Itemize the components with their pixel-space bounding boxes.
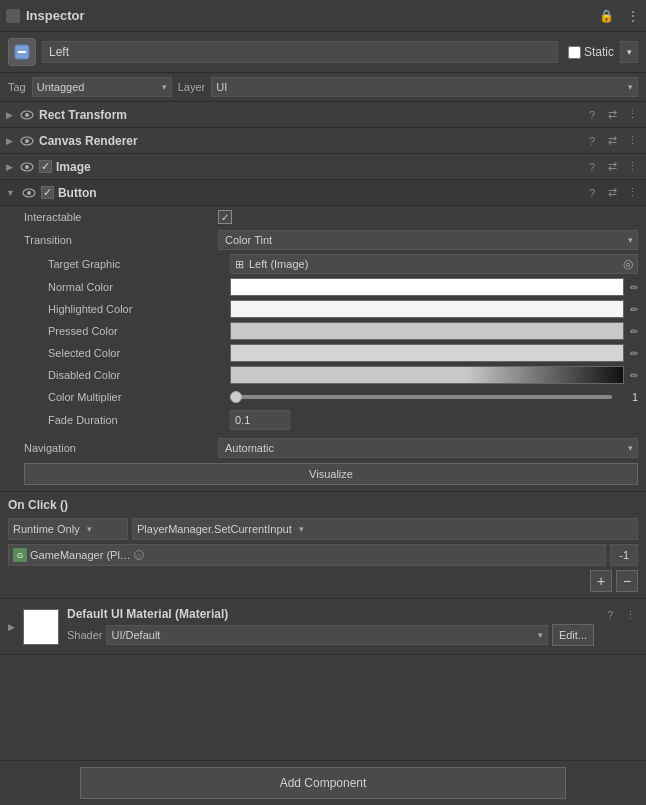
visualize-container: Visualize (0, 460, 646, 491)
static-dropdown-arrow[interactable]: ▾ (620, 41, 638, 63)
target-graphic-label: Target Graphic (36, 258, 226, 270)
static-label: Static (584, 45, 614, 59)
object-name-input[interactable] (42, 41, 558, 63)
object-icon (8, 38, 36, 66)
layer-dropdown-arrow: ▾ (628, 82, 633, 92)
highlighted-color-picker-icon[interactable]: ✏ (630, 304, 638, 315)
interactable-check: ✓ (221, 212, 229, 223)
highlighted-color-row: Highlighted Color ✏ (0, 298, 646, 320)
remove-event-button[interactable]: − (616, 570, 638, 592)
layer-label: Layer (178, 81, 206, 93)
disabled-color-label: Disabled Color (36, 369, 226, 381)
material-edit-button[interactable]: Edit... (552, 624, 594, 646)
menu-icon[interactable]: ⋮ (626, 8, 640, 24)
arg-value[interactable]: -1 (610, 544, 638, 566)
button-settings-icon[interactable]: ⇄ (604, 185, 620, 201)
rect-transform-help-icon[interactable]: ? (584, 107, 600, 123)
add-component-button[interactable]: Add Component (80, 767, 566, 799)
rect-transform-eye-icon[interactable] (19, 107, 35, 123)
canvas-renderer-settings-icon[interactable]: ⇄ (604, 133, 620, 149)
highlighted-color-field[interactable] (230, 300, 624, 318)
disabled-color-field[interactable] (230, 366, 624, 384)
button-help-icon[interactable]: ? (584, 185, 600, 201)
material-icons: ? ⋮ (602, 607, 638, 623)
runtime-dropdown[interactable]: Runtime Only (8, 518, 128, 540)
color-multiplier-slider[interactable]: 1 (230, 391, 638, 403)
slider-fill (230, 395, 612, 399)
transition-row: Transition Color Tint (0, 228, 646, 252)
button-section: Interactable ✓ Transition Color Tint Tar… (0, 206, 646, 492)
image-eye-icon[interactable] (19, 159, 35, 175)
layer-dropdown[interactable]: UI ▾ (211, 77, 638, 97)
button-eye-icon[interactable] (21, 185, 37, 201)
navigation-value: Automatic (225, 442, 274, 454)
canvas-renderer-name: Canvas Renderer (39, 134, 580, 148)
canvas-renderer-help-icon[interactable]: ? (584, 133, 600, 149)
svg-point-7 (25, 165, 29, 169)
button-toggle[interactable]: ▼ (6, 188, 15, 198)
fade-duration-input[interactable] (230, 410, 290, 430)
rect-transform-settings-icon[interactable]: ⇄ (604, 107, 620, 123)
selected-color-picker-icon[interactable]: ✏ (630, 348, 638, 359)
slider-thumb[interactable] (230, 391, 242, 403)
button-row[interactable]: ▼ ✓ Button ? ⇄ ⋮ (0, 180, 646, 206)
material-expand-arrow[interactable]: ▶ (8, 622, 15, 632)
transition-value: Color Tint (225, 234, 272, 246)
button-name: Button (58, 186, 580, 200)
selected-color-field[interactable] (230, 344, 624, 362)
image-toggle[interactable]: ▶ (6, 162, 13, 172)
function-dropdown[interactable]: PlayerManager.SetCurrentInput (132, 518, 638, 540)
object-field[interactable]: G GameManager (Pl… ◎ (8, 544, 606, 566)
image-settings-icon[interactable]: ⇄ (604, 159, 620, 175)
image-icons: ? ⇄ ⋮ (584, 159, 640, 175)
material-shader-dropdown[interactable]: UI/Default (106, 625, 547, 645)
image-help-icon[interactable]: ? (584, 159, 600, 175)
pressed-color-picker-icon[interactable]: ✏ (630, 326, 638, 337)
interactable-row: Interactable ✓ (0, 206, 646, 228)
navigation-dropdown[interactable]: Automatic (218, 438, 638, 458)
object-select-icon[interactable]: ◎ (134, 550, 144, 560)
rect-transform-name: Rect Transform (39, 108, 580, 122)
material-shader-value: UI/Default (111, 629, 160, 641)
interactable-checkbox[interactable]: ✓ (218, 210, 232, 224)
svg-point-5 (25, 139, 29, 143)
interactable-label: Interactable (24, 211, 214, 223)
normal-color-field[interactable] (230, 278, 624, 296)
navigation-row: Navigation Automatic (0, 432, 646, 460)
target-select-icon[interactable]: ◎ (623, 257, 633, 271)
lock-icon[interactable]: 🔒 (599, 9, 614, 23)
selected-color-label: Selected Color (36, 347, 226, 359)
pressed-color-field[interactable] (230, 322, 624, 340)
material-menu-icon[interactable]: ⋮ (622, 607, 638, 623)
canvas-renderer-eye-icon[interactable] (19, 133, 35, 149)
image-checkbox[interactable]: ✓ (39, 160, 52, 173)
button-checkbox[interactable]: ✓ (41, 186, 54, 199)
rect-transform-menu-icon[interactable]: ⋮ (624, 107, 640, 123)
disabled-color-picker-icon[interactable]: ✏ (630, 370, 638, 381)
canvas-renderer-menu-icon[interactable]: ⋮ (624, 133, 640, 149)
normal-color-picker-icon[interactable]: ✏ (630, 282, 638, 293)
material-shader-row: Shader UI/Default Edit... (67, 624, 594, 646)
svg-point-3 (25, 113, 29, 117)
transition-dropdown[interactable]: Color Tint (218, 230, 638, 250)
button-menu-icon[interactable]: ⋮ (624, 185, 640, 201)
runtime-value: Runtime Only (13, 523, 80, 535)
navigation-label: Navigation (24, 442, 214, 454)
canvas-renderer-row[interactable]: ▶ Canvas Renderer ? ⇄ ⋮ (0, 128, 646, 154)
visualize-button[interactable]: Visualize (24, 463, 638, 485)
onclick-footer: + − (8, 570, 638, 592)
target-graphic-field[interactable]: ⊞ Left (Image) ◎ (230, 254, 638, 274)
material-name: Default UI Material (Material) (67, 607, 594, 621)
rect-transform-toggle[interactable]: ▶ (6, 110, 13, 120)
tag-dropdown[interactable]: Untagged ▾ (32, 77, 172, 97)
material-help-icon[interactable]: ? (602, 607, 618, 623)
image-row[interactable]: ▶ ✓ Image ? ⇄ ⋮ (0, 154, 646, 180)
static-toggle[interactable] (568, 46, 581, 59)
onclick-header: On Click () (8, 498, 638, 512)
image-menu-icon[interactable]: ⋮ (624, 159, 640, 175)
add-event-button[interactable]: + (590, 570, 612, 592)
rect-transform-row[interactable]: ▶ Rect Transform ? ⇄ ⋮ (0, 102, 646, 128)
rect-transform-icons: ? ⇄ ⋮ (584, 107, 640, 123)
inspector-header: Inspector 🔒 ⋮ (0, 0, 646, 32)
canvas-renderer-toggle[interactable]: ▶ (6, 136, 13, 146)
